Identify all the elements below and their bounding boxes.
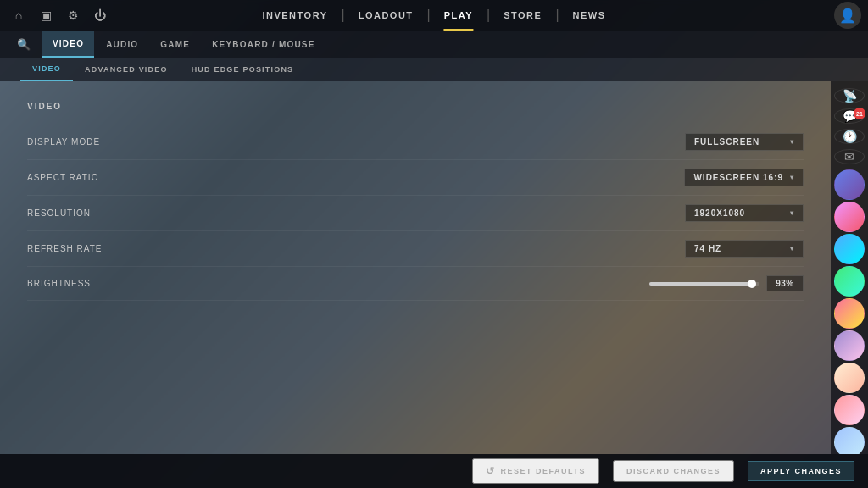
section-title: Video [27,102,804,111]
reset-defaults-label: RESET DEFAULTS [501,467,586,475]
home-icon[interactable]: ⌂ [7,3,31,27]
sidebar-avatar-4[interactable] [834,266,865,297]
power-icon[interactable]: ⏻ [88,3,112,27]
aspect-ratio-value: WIDESCREEN 16:9 [693,173,783,182]
settings-icon[interactable]: ⚙ [61,3,85,27]
refresh-rate-value: 74 HZ [694,244,721,253]
settings-panel: Video Display Mode FULLSCREEN ▾ Aspect R… [0,81,831,454]
setting-row-brightness: Brightness 93% [27,267,804,301]
sidebar-avatar-3[interactable] [834,234,865,264]
display-mode-control: FULLSCREEN ▾ [685,133,804,151]
apply-changes-label: APPLY CHANGES [760,467,842,475]
setting-row-refresh-rate: Refresh Rate 74 HZ ▾ [27,231,804,267]
refresh-rate-label: Refresh Rate [27,244,103,253]
aspect-ratio-label: Aspect Ratio [27,173,98,182]
tab-audio[interactable]: AUDIO [96,30,148,58]
mail-icon[interactable]: ✉ [834,149,865,164]
subtab-video[interactable]: VIDEO [20,58,73,81]
sidebar-avatar-2[interactable] [834,202,865,232]
refresh-rate-control: 74 HZ ▾ [685,240,804,258]
main-content: Video Display Mode FULLSCREEN ▾ Aspect R… [0,81,868,454]
settings-tabs: 🔍 VIDEO AUDIO GAME KEYBOARD / MOUSE [0,30,868,58]
top-nav: ⌂ ▣ ⚙ ⏻ INVENTORY | LOADOUT | PLAY | STO… [0,0,868,30]
right-sidebar: 📡 💬 21 🕐 ✉ [831,81,868,454]
subtab-hud-edge-positions[interactable]: HUD EDGE POSITIONS [180,58,306,81]
setting-row-aspect-ratio: Aspect Ratio WIDESCREEN 16:9 ▾ [27,160,804,196]
nav-item-inventory[interactable]: INVENTORY [248,0,341,30]
chevron-down-icon-3: ▾ [790,209,794,217]
chevron-down-icon: ▾ [790,138,794,146]
sidebar-avatar-9[interactable] [834,427,865,454]
resolution-dropdown[interactable]: 1920X1080 ▾ [685,204,804,222]
brightness-slider-fill [649,282,752,286]
notification-badge: 21 [854,108,865,119]
camera-icon[interactable]: ▣ [34,3,58,27]
reset-icon: ↺ [486,465,496,477]
nav-left-icons: ⌂ ▣ ⚙ ⏻ [7,3,112,27]
chevron-down-icon-4: ▾ [790,245,794,252]
brightness-control: 93% [649,275,804,291]
resolution-label: Resolution [27,208,91,218]
history-icon[interactable]: 🕐 [834,129,865,144]
tab-video[interactable]: VIDEO [42,30,94,58]
refresh-rate-dropdown[interactable]: 74 HZ ▾ [685,240,804,258]
aspect-ratio-control: WIDESCREEN 16:9 ▾ [684,169,804,186]
sidebar-avatar-1[interactable] [834,169,865,200]
brightness-slider[interactable] [649,282,760,286]
nav-item-loadout[interactable]: LOADOUT [345,0,427,30]
subtab-advanced-video[interactable]: ADVANCED VIDEO [73,58,180,81]
nav-item-store[interactable]: STORE [490,0,555,30]
display-mode-value: FULLSCREEN [694,137,760,147]
sidebar-avatar-8[interactable] [834,395,865,425]
brightness-value-display: 93% [766,275,804,291]
sidebar-avatar-7[interactable] [834,363,865,393]
brightness-slider-thumb[interactable] [748,280,756,288]
resolution-value: 1920X1080 [694,208,745,218]
nav-item-play[interactable]: PLAY [431,0,487,30]
sidebar-avatar-5[interactable] [834,298,865,329]
discard-changes-label: DISCARD CHANGES [626,467,721,475]
apply-changes-button[interactable]: APPLY CHANGES [748,461,854,481]
aspect-ratio-dropdown[interactable]: WIDESCREEN 16:9 ▾ [684,169,804,186]
nav-right: 👤 [834,2,861,29]
video-subtabs: VIDEO ADVANCED VIDEO HUD EDGE POSITIONS [0,58,868,81]
discard-changes-button[interactable]: DISCARD CHANGES [613,460,734,482]
wifi-icon[interactable]: 📡 [834,88,865,103]
display-mode-label: Display Mode [27,137,100,147]
notification-icon[interactable]: 💬 21 [834,108,865,124]
display-mode-dropdown[interactable]: FULLSCREEN ▾ [685,133,804,151]
resolution-control: 1920X1080 ▾ [685,204,804,222]
tab-game[interactable]: GAME [150,30,200,58]
nav-item-news[interactable]: NEWS [559,0,620,30]
tab-keyboard-mouse[interactable]: KEYBOARD / MOUSE [202,30,325,58]
reset-defaults-button[interactable]: ↺ RESET DEFAULTS [472,458,599,484]
setting-row-display-mode: Display Mode FULLSCREEN ▾ [27,125,804,160]
search-icon[interactable]: 🔍 [14,34,34,54]
main-nav: INVENTORY | LOADOUT | PLAY | STORE | NEW… [248,0,619,30]
brightness-label: Brightness [27,279,91,288]
setting-row-resolution: Resolution 1920X1080 ▾ [27,196,804,231]
bottom-bar: ↺ RESET DEFAULTS DISCARD CHANGES APPLY C… [0,454,868,488]
sidebar-avatar-6[interactable] [834,330,865,361]
chevron-down-icon-2: ▾ [790,174,794,181]
user-avatar-icon[interactable]: 👤 [834,2,861,29]
